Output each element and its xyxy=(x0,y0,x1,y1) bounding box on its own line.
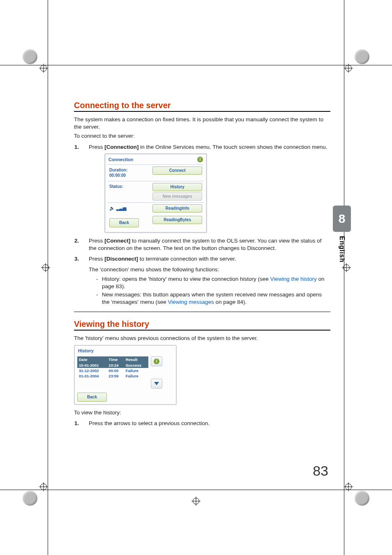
chevron-down-icon xyxy=(154,382,159,385)
history-intro: The 'history' menu shows previous connec… xyxy=(74,335,330,342)
heading-rule xyxy=(74,111,330,112)
col-time: Time xyxy=(107,356,124,363)
link-viewing-history[interactable]: Viewing the history xyxy=(270,276,317,282)
history-back-button[interactable]: Back xyxy=(77,393,107,402)
bullet-history: History: opens the 'history' menu to vie… xyxy=(96,275,330,290)
chapter-tab: 8 English xyxy=(333,206,351,263)
corner-ornament xyxy=(355,491,369,506)
corner-ornament xyxy=(23,491,37,506)
history-table: Date Time Result 15-01-2001 10:24 Succes… xyxy=(77,356,148,379)
back-button[interactable]: Back xyxy=(109,218,139,227)
heading-connecting: Connecting to the server xyxy=(74,101,330,110)
steps-list: Press [Connection] in the Online Service… xyxy=(74,143,330,306)
chapter-number: 8 xyxy=(333,206,351,232)
registration-mark xyxy=(344,64,353,73)
page-number: 83 xyxy=(313,463,328,479)
readinginfo-button[interactable]: ReadingInfo xyxy=(152,204,202,213)
history-step-1: Press the arrows to select a previous co… xyxy=(81,420,330,427)
registration-mark xyxy=(191,497,201,506)
heading-rule xyxy=(74,330,330,331)
panel-title: Connection xyxy=(108,157,134,163)
section-divider xyxy=(74,312,330,312)
corner-ornament xyxy=(23,49,37,64)
connect-button[interactable]: Connect xyxy=(152,166,202,175)
corner-ornament xyxy=(355,49,369,64)
speaker-icon: 🔈 ▂▃▅ xyxy=(109,206,126,210)
connection-panel: Connection i Duration: 00:00:00 Connect … xyxy=(104,153,207,233)
arrow-down-button[interactable] xyxy=(151,379,162,388)
table-row[interactable]: 01-01-2004 23:59 Failure xyxy=(77,373,148,379)
intro-paragraph: The system makes a connection on fixed t… xyxy=(74,116,330,131)
registration-mark xyxy=(41,263,50,272)
registration-mark xyxy=(344,482,353,491)
history-button[interactable]: History xyxy=(152,183,202,191)
table-row[interactable]: 15-01-2001 10:24 Success xyxy=(77,363,148,368)
duration-value: 00:00:00 xyxy=(109,173,149,178)
step-1: Press [Connection] in the Online Service… xyxy=(81,143,330,233)
history-panel: History Date Time Result 15-01-2001 10:2… xyxy=(74,345,177,405)
table-row[interactable]: 31-12-2002 00:00 Failure xyxy=(77,368,148,373)
functions-intro: The 'connection' menu shows the followin… xyxy=(89,266,330,273)
status-label: Status: xyxy=(108,181,151,202)
heading-history: Viewing the history xyxy=(74,319,330,329)
step-3: Press [Disconnect] to terminate connecti… xyxy=(81,255,330,306)
readingbytes-button[interactable]: ReadingBytes xyxy=(152,216,202,224)
duration-label: Duration: xyxy=(109,167,149,173)
page-content: Connecting to the server The system make… xyxy=(74,101,330,477)
new-messages-button[interactable]: New messages xyxy=(152,192,202,201)
col-date: Date xyxy=(77,356,107,363)
history-outro: To view the history: xyxy=(74,409,330,416)
registration-mark xyxy=(39,64,48,73)
intro-line: To connect to the server: xyxy=(74,132,330,140)
info-icon[interactable]: i xyxy=(197,157,203,162)
link-viewing-messages[interactable]: Viewing messages xyxy=(168,299,214,305)
col-result: Result xyxy=(124,356,149,363)
bullet-new-messages: New messages: this button appears when t… xyxy=(96,291,330,306)
info-icon: i xyxy=(154,358,159,364)
registration-mark xyxy=(39,482,48,491)
history-panel-title: History xyxy=(78,348,94,353)
step-2: Press [Connect] to manually connect the … xyxy=(81,237,330,252)
registration-mark xyxy=(342,263,351,272)
info-button[interactable]: i xyxy=(151,356,162,366)
language-label: English xyxy=(338,236,346,263)
